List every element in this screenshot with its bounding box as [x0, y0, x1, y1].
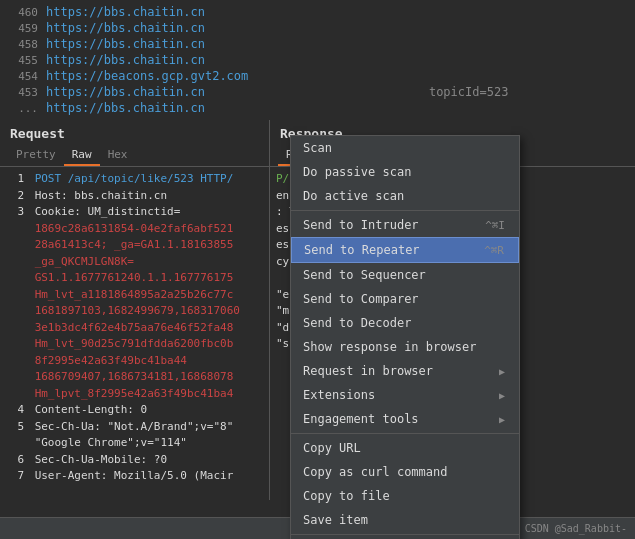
url-num: 455	[8, 54, 38, 67]
url-row[interactable]: 459 https://bbs.chaitin.cn	[0, 20, 635, 36]
req-line-5b: "Google Chrome";v="114"	[6, 435, 263, 452]
req-line-c6: 1681897103,1682499679,168317060	[6, 303, 263, 320]
menu-item-label: Do active scan	[303, 189, 404, 203]
url-href: https://bbs.chaitin.cn	[46, 53, 205, 67]
menu-item-copy-url[interactable]: Copy URL	[291, 436, 519, 460]
url-href: https://bbs.chaitin.cn	[46, 85, 205, 99]
request-body: 1 POST /api/topic/like/523 HTTP/ 2 Host:…	[0, 167, 269, 489]
url-num: 458	[8, 38, 38, 51]
req-line-1: 1 POST /api/topic/like/523 HTTP/	[6, 171, 263, 188]
req-line-3: 3 Cookie: UM_distinctid=	[6, 204, 263, 221]
req-line-7: 7 User-Agent: Mozilla/5.0 (Macir	[6, 468, 263, 485]
menu-separator	[291, 210, 519, 211]
url-num: ...	[8, 102, 38, 115]
menu-item-label: Engagement tools	[303, 412, 419, 426]
req-line-c11: Hm_lpvt_8f2995e42a63f49bc41ba4	[6, 386, 263, 403]
req-line-c9: 8f2995e42a63f49bc41ba44	[6, 353, 263, 370]
req-line-c5: Hm_lvt_a1181864895a2a25b26c77c	[6, 287, 263, 304]
url-row[interactable]: 455 https://bbs.chaitin.cn	[0, 52, 635, 68]
context-menu: Scan Do passive scan Do active scan Send…	[290, 135, 520, 539]
menu-item-scan[interactable]: Scan	[291, 136, 519, 160]
request-header: Request	[0, 120, 269, 145]
menu-item-label: Scan	[303, 141, 332, 155]
submenu-arrow-icon: ▶	[499, 366, 505, 377]
req-line-c10: 1686709407,1686734181,16868078	[6, 369, 263, 386]
url-row[interactable]: 460 https://bbs.chaitin.cn	[0, 4, 635, 20]
url-href: https://bbs.chaitin.cn	[46, 37, 205, 51]
menu-item-label: Copy to file	[303, 489, 390, 503]
url-href: https://beacons.gcp.gvt2.com	[46, 69, 248, 83]
menu-item-label: Copy as curl command	[303, 465, 448, 479]
url-href: https://bbs.chaitin.cn	[46, 101, 205, 115]
menu-item-label: Extensions	[303, 388, 375, 402]
request-panel: Request Pretty Raw Hex 1 POST /api/topic…	[0, 120, 270, 500]
menu-shortcut: ^⌘I	[485, 219, 505, 232]
tab-hex[interactable]: Hex	[100, 145, 136, 166]
url-href: https://bbs.chaitin.cn	[46, 21, 205, 35]
menu-item-request-browser[interactable]: Request in browser ▶	[291, 359, 519, 383]
menu-item-engagement-tools[interactable]: Engagement tools ▶	[291, 407, 519, 431]
url-suffix: topicId=523	[205, 85, 508, 99]
menu-item-label: Send to Comparer	[303, 292, 419, 306]
menu-item-label: Send to Repeater	[304, 243, 420, 257]
url-num: 454	[8, 70, 38, 83]
main-content: Request Pretty Raw Hex 1 POST /api/topic…	[0, 120, 635, 500]
menu-item-send-intruder[interactable]: Send to Intruder ^⌘I	[291, 213, 519, 237]
status-text: CSDN @Sad_Rabbit-	[525, 523, 627, 534]
url-row[interactable]: 453 https://bbs.chaitin.cn topicId=523	[0, 84, 635, 100]
req-line-c7: 3e1b3dc4f62e4b75aa76e46f52fa48	[6, 320, 263, 337]
menu-item-label: Request in browser	[303, 364, 433, 378]
menu-item-send-comparer[interactable]: Send to Comparer	[291, 287, 519, 311]
menu-item-send-repeater[interactable]: Send to Repeater ^⌘R	[291, 237, 519, 263]
req-line-c2: 28a61413c4; _ga=GA1.1.18163855	[6, 237, 263, 254]
req-line-c1: 1869c28a6131854-04e2faf6abf521	[6, 221, 263, 238]
menu-item-label: Show response in browser	[303, 340, 476, 354]
menu-shortcut: ^⌘R	[484, 244, 504, 257]
submenu-arrow-icon: ▶	[499, 414, 505, 425]
url-row[interactable]: ... https://bbs.chaitin.cn	[0, 100, 635, 116]
menu-item-extensions[interactable]: Extensions ▶	[291, 383, 519, 407]
menu-separator	[291, 534, 519, 535]
url-row[interactable]: 454 https://beacons.gcp.gvt2.com	[0, 68, 635, 84]
menu-item-label: Send to Intruder	[303, 218, 419, 232]
menu-item-copy-file[interactable]: Copy to file	[291, 484, 519, 508]
url-num: 453	[8, 86, 38, 99]
tab-raw[interactable]: Raw	[64, 145, 100, 166]
req-line-2: 2 Host: bbs.chaitin.cn	[6, 188, 263, 205]
menu-item-label: Do passive scan	[303, 165, 411, 179]
url-num: 460	[8, 6, 38, 19]
req-line-c8: Hm_lvt_90d25c791dfdda6200fbc0b	[6, 336, 263, 353]
req-line-4: 4 Content-Length: 0	[6, 402, 263, 419]
menu-item-label: Send to Decoder	[303, 316, 411, 330]
req-line-c3: _ga_QKCMJLGN8K=	[6, 254, 263, 271]
req-line-6: 6 Sec-Ch-Ua-Mobile: ?0	[6, 452, 263, 469]
menu-item-passive-scan[interactable]: Do passive scan	[291, 160, 519, 184]
tab-pretty[interactable]: Pretty	[8, 145, 64, 166]
menu-item-show-response[interactable]: Show response in browser	[291, 335, 519, 359]
menu-item-send-decoder[interactable]: Send to Decoder	[291, 311, 519, 335]
menu-item-label: Send to Sequencer	[303, 268, 426, 282]
url-list: 460 https://bbs.chaitin.cn 459 https://b…	[0, 0, 635, 120]
menu-item-active-scan[interactable]: Do active scan	[291, 184, 519, 208]
url-num: 459	[8, 22, 38, 35]
req-line-5: 5 Sec-Ch-Ua: "Not.A/Brand";v="8"	[6, 419, 263, 436]
request-tabs: Pretty Raw Hex	[0, 145, 269, 167]
menu-item-label: Save item	[303, 513, 368, 527]
submenu-arrow-icon: ▶	[499, 390, 505, 401]
menu-item-save-item[interactable]: Save item	[291, 508, 519, 532]
menu-item-send-sequencer[interactable]: Send to Sequencer	[291, 263, 519, 287]
menu-separator	[291, 433, 519, 434]
url-href: https://bbs.chaitin.cn	[46, 5, 205, 19]
menu-item-copy-curl[interactable]: Copy as curl command	[291, 460, 519, 484]
req-line-c4: GS1.1.1677761240.1.1.167776175	[6, 270, 263, 287]
menu-item-label: Copy URL	[303, 441, 361, 455]
url-row[interactable]: 458 https://bbs.chaitin.cn	[0, 36, 635, 52]
